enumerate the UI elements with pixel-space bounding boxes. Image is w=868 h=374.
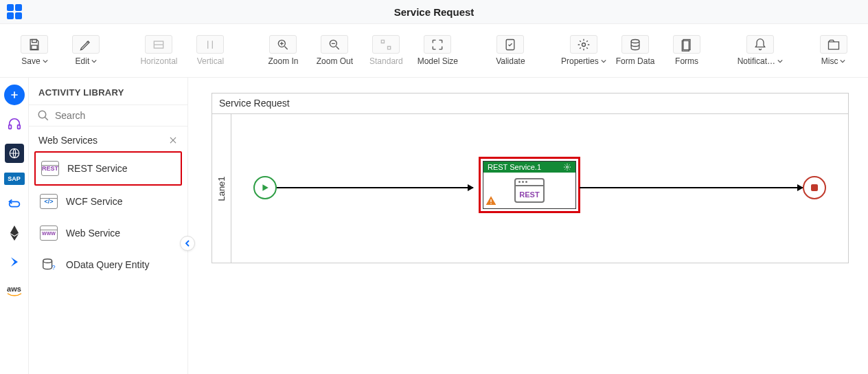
edit-label: Edit xyxy=(76,56,90,66)
vertical-button[interactable]: Vertical xyxy=(188,31,233,70)
notifications-icon xyxy=(746,35,774,54)
modelsize-button[interactable]: Model Size xyxy=(415,31,460,70)
rest-node-header: REST Service.1 xyxy=(483,162,575,173)
modelsize-icon xyxy=(424,35,451,54)
start-node[interactable] xyxy=(253,176,277,199)
activity-web-service[interactable]: WWW Web Service xyxy=(34,217,182,249)
wcf-icon: </> xyxy=(40,194,58,209)
notifications-button[interactable]: Notificat… xyxy=(738,31,783,70)
chevron-down-icon xyxy=(91,58,97,64)
svg-point-6 xyxy=(582,43,585,46)
formdata-button[interactable]: Form Data xyxy=(613,31,658,70)
rail-loop-icon[interactable] xyxy=(5,195,24,214)
gear-icon[interactable] xyxy=(563,163,571,171)
lane-label-text: Lane1 xyxy=(216,176,227,201)
standard-button[interactable]: Standard xyxy=(364,31,409,70)
add-button[interactable] xyxy=(4,85,25,105)
misc-icon xyxy=(820,35,847,54)
rail-sap-icon[interactable]: SAP xyxy=(4,173,25,185)
app-logo-icon[interactable] xyxy=(7,4,22,19)
svg-rect-0 xyxy=(32,39,37,42)
forms-button[interactable]: Forms xyxy=(665,31,709,70)
properties-label: Properties xyxy=(561,56,599,66)
chevron-down-icon xyxy=(777,58,783,64)
formdata-label: Form Data xyxy=(616,56,655,66)
zoomout-label: Zoom Out xyxy=(317,56,353,66)
model-title: Service Request xyxy=(212,94,848,114)
svg-rect-10 xyxy=(8,125,11,129)
svg-text:?: ? xyxy=(52,264,56,271)
header-bar: Service Request xyxy=(0,0,868,24)
canvas-wrap: Service Request Lane1 REST Service.1 xyxy=(188,78,868,374)
rest-body-label: REST xyxy=(519,190,539,199)
zoomin-button[interactable]: Zoom In xyxy=(261,31,306,70)
zoomout-button[interactable]: Zoom Out xyxy=(312,31,357,70)
connector-2[interactable] xyxy=(580,187,803,188)
search-icon xyxy=(37,109,49,122)
svg-rect-11 xyxy=(17,125,20,129)
notifications-label: Notificat… xyxy=(738,56,775,66)
stop-icon xyxy=(811,184,818,191)
save-label: Save xyxy=(21,56,40,66)
rail-eth-icon[interactable] xyxy=(5,223,24,243)
rail-globe-icon[interactable] xyxy=(5,144,24,163)
activity-rest-service[interactable]: REST REST Service xyxy=(34,151,182,186)
misc-button[interactable]: Misc xyxy=(811,31,856,70)
rest-node-title: REST Service.1 xyxy=(488,163,541,171)
connector-1[interactable] xyxy=(277,187,473,188)
validate-button[interactable]: Validate xyxy=(488,31,533,70)
svg-point-7 xyxy=(631,39,639,43)
svg-rect-1 xyxy=(32,45,37,49)
edit-icon xyxy=(72,35,100,54)
search-input[interactable] xyxy=(55,110,179,121)
vertical-label: Vertical xyxy=(197,56,224,66)
lane-content[interactable]: REST Service.1 REST xyxy=(231,114,848,263)
activity-wcf-service[interactable]: </> WCF Service xyxy=(34,186,182,217)
horizontal-icon xyxy=(145,35,172,54)
warning-icon xyxy=(486,195,496,206)
activity-label: REST Service xyxy=(67,163,128,174)
activity-odata-query[interactable]: ? OData Query Entity xyxy=(34,249,182,280)
rail-blob-icon[interactable] xyxy=(5,252,24,272)
odata-icon: ? xyxy=(40,257,58,272)
validate-icon xyxy=(496,35,524,54)
activity-list: REST REST Service </> WCF Service WWW We… xyxy=(29,151,187,280)
rail-aws-icon[interactable]: aws xyxy=(5,281,24,300)
save-button[interactable]: Save xyxy=(12,31,57,70)
forms-label: Forms xyxy=(675,56,698,66)
forms-icon xyxy=(673,35,700,54)
category-close-icon[interactable] xyxy=(168,135,178,145)
standard-icon xyxy=(372,35,400,54)
page-title: Service Request xyxy=(0,6,868,18)
svg-rect-18 xyxy=(490,203,491,204)
horizontal-button[interactable]: Horizontal xyxy=(137,31,181,70)
horizontal-label: Horizontal xyxy=(140,56,177,66)
chevron-down-icon xyxy=(43,58,48,64)
process-canvas[interactable]: Service Request Lane1 REST Service.1 xyxy=(212,93,849,263)
toolbar: Save Edit Horizontal Vertical Zoom In Zo… xyxy=(0,24,868,78)
activity-sidebar: ACTIVITY LIBRARY Web Services REST REST … xyxy=(29,78,188,374)
lane-label: Lane1 xyxy=(212,114,231,263)
edit-button[interactable]: Edit xyxy=(64,31,108,70)
properties-icon xyxy=(570,35,597,54)
save-icon xyxy=(21,35,48,54)
end-node[interactable] xyxy=(803,176,826,199)
left-rail: SAP aws xyxy=(0,78,29,374)
rail-headset-icon[interactable] xyxy=(5,115,24,134)
chevron-down-icon xyxy=(601,58,606,64)
properties-button[interactable]: Properties xyxy=(561,31,606,70)
svg-point-13 xyxy=(38,111,46,118)
activity-label: OData Query Entity xyxy=(66,259,149,270)
zoomin-label: Zoom In xyxy=(268,56,298,66)
activity-label: WCF Service xyxy=(66,196,122,207)
rest-node-body: REST xyxy=(483,173,575,208)
formdata-icon xyxy=(621,35,649,54)
main-area: SAP aws ACTIVITY LIBRARY Web Services xyxy=(0,78,868,374)
standard-label: Standard xyxy=(369,56,403,66)
collapse-sidebar-button[interactable] xyxy=(180,236,195,251)
category-header: Web Services xyxy=(29,126,187,151)
category-label: Web Services xyxy=(38,135,98,146)
rest-service-node[interactable]: REST Service.1 REST xyxy=(479,157,580,213)
zoomin-icon xyxy=(269,35,297,54)
svg-point-16 xyxy=(567,166,569,168)
